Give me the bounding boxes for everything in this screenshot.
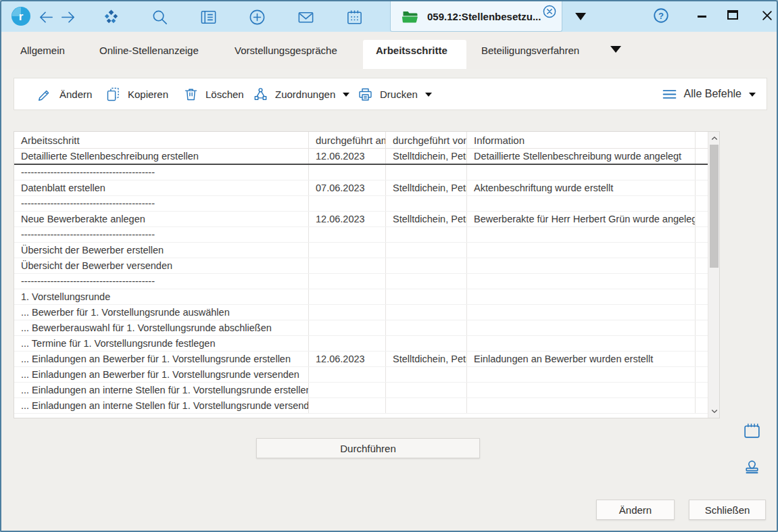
zuordnungen-label: Zuordnungen <box>275 89 335 100</box>
register-icon[interactable] <box>199 7 218 26</box>
maximize-button[interactable] <box>727 10 738 20</box>
column-header-arbeitsschritt[interactable]: Arbeitsschritt <box>14 132 309 148</box>
table-row[interactable]: ... Einladungen an interne Stellen für 1… <box>14 398 719 414</box>
table-row-separator[interactable]: ----------------------------------------… <box>14 274 719 289</box>
table-row[interactable]: ... Einladungen an Bewerber für 1. Vorst… <box>14 352 719 367</box>
table-row[interactable]: ... Bewerber für 1. Vorstellungsrunde au… <box>14 305 719 320</box>
table-row[interactable]: Übersicht der Bewerber versenden <box>14 258 719 274</box>
assignments-icon <box>252 86 269 103</box>
alle-befehle-button[interactable]: Alle Befehle <box>661 78 756 110</box>
table-row[interactable]: ... Einladungen an Bewerber für 1. Vorst… <box>14 367 719 383</box>
table-row[interactable]: Datenblatt erstellen 07.06.2023 Stelltdi… <box>14 180 719 196</box>
drucken-label: Drucken <box>380 89 418 100</box>
table-row[interactable]: Detaillierte Stellenbeschreibung erstell… <box>14 149 719 165</box>
app-logo-icon[interactable]: r <box>11 6 31 26</box>
mail-icon[interactable] <box>296 7 315 26</box>
forward-icon[interactable] <box>58 7 77 26</box>
document-tab-close-icon[interactable] <box>541 3 558 20</box>
document-tab-title: 059.12:Stellenbesetzu... <box>427 11 541 22</box>
pencil-icon <box>37 86 53 103</box>
table-row[interactable]: ... Bewerberauswahl für 1. Vorstellungsr… <box>14 320 719 336</box>
calendar-icon[interactable] <box>345 7 364 26</box>
titlebar: r <box>1 1 777 32</box>
column-header-information[interactable]: Information <box>467 132 696 148</box>
tab-beteiligungsverfahren[interactable]: Beteiligungsverfahren <box>481 45 579 56</box>
loeschen-label: Löschen <box>205 89 244 100</box>
zuordnungen-button[interactable]: Zuordnungen <box>252 78 349 110</box>
scroll-down-icon[interactable] <box>708 406 720 417</box>
worksteps-table: Arbeitsschritt durchgeführt am durchgefü… <box>14 131 720 418</box>
aendern-footer-button[interactable]: Ändern <box>596 500 675 520</box>
tabstrip: Allgemein Online-Stellenanzeige Vorstell… <box>1 32 777 69</box>
table-row[interactable]: Neue Bewerberakte anlegen 12.06.2023 Ste… <box>14 212 719 227</box>
aendern-toolbar-button[interactable]: Ändern <box>37 78 92 110</box>
loeschen-button[interactable]: Löschen <box>183 78 244 110</box>
copy-icon <box>105 86 122 103</box>
tabs-overflow-icon[interactable] <box>610 46 621 53</box>
search-icon[interactable] <box>150 7 169 26</box>
dropdown-caret-icon <box>749 93 756 97</box>
table-row-separator[interactable]: ----------------------------------------… <box>14 165 719 180</box>
modules-icon[interactable] <box>101 7 120 26</box>
tab-arbeitsschritte[interactable]: Arbeitsschritte <box>376 45 447 56</box>
application-window: r <box>0 0 778 532</box>
tab-allgemein[interactable]: Allgemein <box>20 45 65 56</box>
window-close-icon[interactable] <box>758 7 776 24</box>
menu-icon <box>661 86 678 103</box>
add-icon[interactable] <box>247 7 266 26</box>
scroll-up-icon[interactable] <box>708 132 720 144</box>
durchfuehren-button[interactable]: Durchführen <box>256 438 480 458</box>
table-row[interactable]: 1. Vorstellungsrunde <box>14 289 719 305</box>
table-row-separator[interactable]: ----------------------------------------… <box>14 196 719 212</box>
dropdown-caret-icon <box>343 93 349 97</box>
minimize-button[interactable] <box>695 8 708 24</box>
stamp-icon[interactable] <box>741 456 762 477</box>
table-row-separator[interactable]: ----------------------------------------… <box>14 227 719 243</box>
table-row[interactable]: Übersicht der Bewerber erstellen <box>14 243 719 258</box>
schliessen-button[interactable]: Schließen <box>689 500 766 520</box>
drucken-button[interactable]: Drucken <box>357 78 432 110</box>
trash-icon <box>183 86 199 103</box>
aendern-toolbar-label: Ändern <box>59 89 92 100</box>
svg-text:r: r <box>19 10 24 23</box>
scrollbar-thumb[interactable] <box>710 145 719 268</box>
table-header: Arbeitsschritt durchgeführt am durchgefü… <box>14 132 719 149</box>
kopieren-label: Kopieren <box>128 89 168 100</box>
alle-befehle-label: Alle Befehle <box>684 88 741 100</box>
column-header-durchgefuehrt-von[interactable]: durchgeführt von <box>386 132 467 148</box>
notepad-icon[interactable] <box>741 420 762 440</box>
titlebar-dropdown-icon[interactable] <box>575 13 586 20</box>
svg-text:?: ? <box>658 11 664 21</box>
dropdown-caret-icon <box>425 93 432 97</box>
table-row[interactable]: ... Termine für 1. Vorstellungsrunde fes… <box>14 336 719 352</box>
open-folder-icon <box>402 8 419 24</box>
tab-online-stellenanzeige[interactable]: Online-Stellenanzeige <box>99 45 199 56</box>
kopieren-button[interactable]: Kopieren <box>105 78 168 110</box>
help-icon[interactable]: ? <box>652 7 670 24</box>
printer-icon <box>357 86 374 103</box>
table-row[interactable]: ... Einladungen an interne Stellen für 1… <box>14 383 719 398</box>
vertical-scrollbar[interactable] <box>708 132 719 418</box>
back-icon[interactable] <box>37 7 55 26</box>
toolbar: Ändern Kopieren Löschen <box>14 78 767 110</box>
document-tab[interactable]: 059.12:Stellenbesetzu... <box>390 1 562 32</box>
tab-vorstellungsgespraeche[interactable]: Vorstellungsgespräche <box>235 45 337 56</box>
column-header-durchgefuehrt-am[interactable]: durchgeführt am <box>309 132 386 148</box>
